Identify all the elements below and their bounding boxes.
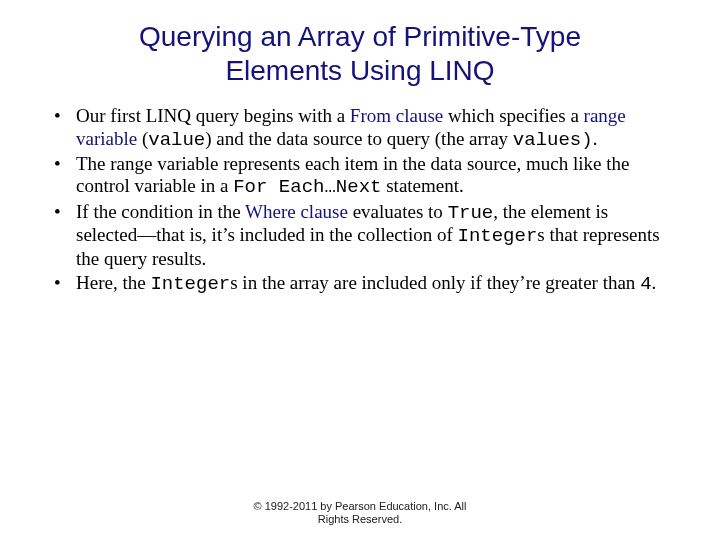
code-foreach: For Each…Next bbox=[233, 176, 381, 198]
code-integer: Integer bbox=[457, 225, 537, 247]
text: . bbox=[652, 272, 657, 293]
slide-title: Querying an Array of Primitive-Type Elem… bbox=[70, 20, 650, 87]
code-true: True bbox=[448, 202, 494, 224]
text: . bbox=[593, 128, 598, 149]
text: statement. bbox=[381, 175, 463, 196]
slide: Querying an Array of Primitive-Type Elem… bbox=[0, 0, 720, 540]
where-clause: Where clause bbox=[245, 201, 348, 222]
text: ) and the data source to query (the arra… bbox=[205, 128, 513, 149]
bullet-4: Here, the Integers in the array are incl… bbox=[50, 272, 672, 295]
from-clause: From clause bbox=[350, 105, 443, 126]
text: which specifies a bbox=[443, 105, 583, 126]
text: Here, the bbox=[76, 272, 150, 293]
copyright-footer: © 1992-2011 by Pearson Education, Inc. A… bbox=[0, 500, 720, 526]
text: If the condition in the bbox=[76, 201, 245, 222]
text: Our first LINQ query begins with a bbox=[76, 105, 350, 126]
code-value: value bbox=[148, 129, 205, 151]
text: ( bbox=[137, 128, 148, 149]
bullet-3: If the condition in the Where clause eva… bbox=[50, 201, 672, 270]
text: evaluates to bbox=[348, 201, 448, 222]
bullet-1: Our first LINQ query begins with a From … bbox=[50, 105, 672, 151]
code-values: values) bbox=[513, 129, 593, 151]
title-line-2: Elements Using LINQ bbox=[225, 55, 494, 86]
bullet-list: Our first LINQ query begins with a From … bbox=[50, 105, 672, 295]
title-line-1: Querying an Array of Primitive-Type bbox=[139, 21, 581, 52]
code-integer: Integer bbox=[150, 273, 230, 295]
bullet-2: The range variable represents each item … bbox=[50, 153, 672, 199]
footer-line-2: Rights Reserved. bbox=[318, 513, 402, 525]
text: s in the array are included only if they… bbox=[230, 272, 640, 293]
footer-line-1: © 1992-2011 by Pearson Education, Inc. A… bbox=[254, 500, 467, 512]
code-four: 4 bbox=[640, 273, 651, 295]
